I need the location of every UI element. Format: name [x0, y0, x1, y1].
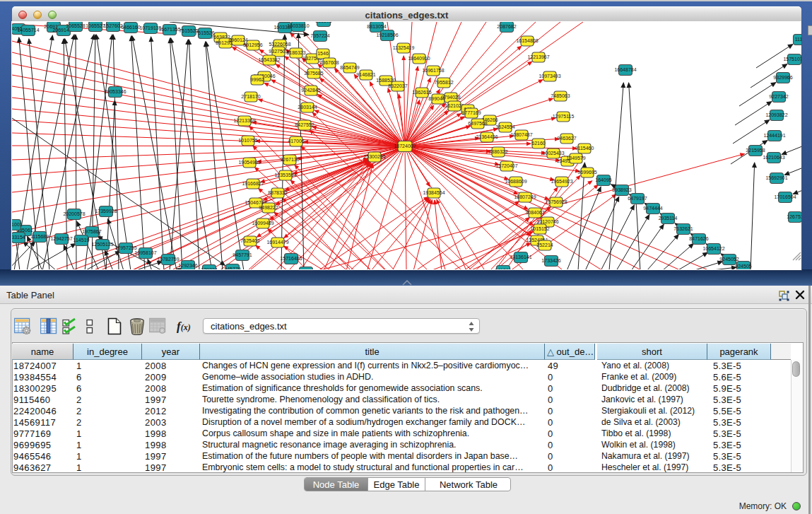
svg-text:7357224: 7357224	[310, 33, 329, 38]
svg-text:7955812: 7955812	[434, 80, 453, 85]
svg-text:25300295: 25300295	[363, 154, 385, 159]
svg-text:12942757: 12942757	[50, 236, 72, 241]
svg-text:10025433: 10025433	[542, 151, 564, 156]
svg-text:6479197: 6479197	[628, 196, 647, 201]
svg-text:17359928: 17359928	[95, 209, 117, 214]
svg-text:10958107: 10958107	[134, 250, 156, 255]
svg-text:19218506: 19218506	[376, 33, 398, 37]
svg-text:1117: 1117	[795, 37, 801, 42]
svg-text:12213369: 12213369	[233, 118, 255, 123]
svg-text:62160: 62160	[531, 141, 546, 146]
svg-text:1975867: 1975867	[82, 229, 101, 234]
svg-text:1065528: 1065528	[66, 23, 85, 28]
svg-text:3215958: 3215958	[746, 148, 765, 153]
svg-text:3267130: 3267130	[280, 157, 299, 162]
svg-text:33154: 33154	[12, 235, 25, 240]
svg-text:252214: 252214	[536, 243, 553, 247]
svg-text:10120746: 10120746	[536, 219, 558, 224]
svg-text:15716485: 15716485	[280, 256, 302, 261]
svg-text:18807249: 18807249	[514, 194, 536, 199]
svg-text:15692901: 15692901	[765, 175, 787, 180]
svg-text:881001: 881001	[12, 222, 23, 227]
svg-text:19166827: 19166827	[242, 181, 264, 186]
svg-text:11325419: 11325419	[393, 45, 415, 50]
svg-text:19054983: 19054983	[238, 160, 260, 165]
svg-text:8471626: 8471626	[689, 236, 708, 241]
svg-text:16671355: 16671355	[158, 27, 180, 32]
svg-text:17016504: 17016504	[774, 194, 796, 199]
svg-text:20200578: 20200578	[63, 211, 85, 216]
svg-text:6497568: 6497568	[468, 121, 487, 126]
svg-text:141361: 141361	[495, 268, 511, 269]
svg-text:99962: 99962	[250, 77, 264, 82]
svg-text:9777169: 9777169	[461, 110, 481, 115]
svg-text:8322037: 8322037	[388, 83, 407, 88]
svg-text:7625402: 7625402	[240, 238, 259, 243]
svg-text:1292346: 1292346	[178, 263, 197, 268]
svg-text:16914479: 16914479	[266, 240, 288, 245]
svg-text:10688609: 10688609	[505, 179, 526, 184]
svg-text:8938923: 8938923	[612, 187, 631, 192]
svg-text:1015152: 1015152	[530, 226, 549, 231]
svg-text:164095: 164095	[595, 177, 611, 182]
svg-text:12505135: 12505135	[91, 242, 113, 247]
svg-text:114519: 114519	[73, 238, 90, 243]
svg-text:10807487: 10807487	[510, 132, 532, 137]
svg-text:16782759: 16782759	[157, 257, 179, 262]
svg-text:129234: 129234	[201, 267, 217, 269]
svg-text:9463627: 9463627	[557, 136, 576, 141]
svg-text:9146821: 9146821	[356, 72, 375, 77]
svg-text:8427552: 8427552	[295, 122, 314, 127]
svg-text:16961758: 16961758	[422, 68, 444, 73]
svg-text:8912956: 8912956	[243, 42, 262, 47]
svg-text:16543382: 16543382	[258, 57, 280, 62]
svg-text:8960124: 8960124	[228, 37, 247, 42]
svg-text:12975115: 12975115	[553, 114, 575, 119]
svg-text:3875685: 3875685	[304, 71, 323, 76]
svg-text:9794028: 9794028	[441, 95, 460, 100]
svg-text:2087682: 2087682	[497, 24, 516, 29]
svg-text:9457791: 9457791	[233, 252, 252, 257]
svg-text:12444191: 12444191	[763, 133, 785, 138]
svg-text:9242845: 9242845	[301, 88, 320, 93]
svg-text:7632621: 7632621	[673, 226, 693, 231]
svg-text:15756928: 15756928	[545, 199, 567, 204]
svg-text:16210643: 16210643	[763, 155, 784, 160]
svg-text:16154808: 16154808	[516, 38, 538, 43]
svg-text:10973493: 10973493	[539, 74, 560, 78]
svg-text:1362615: 1362615	[412, 90, 431, 95]
svg-text:1115689: 1115689	[30, 234, 49, 239]
svg-text:17957255: 17957255	[114, 245, 136, 250]
svg-text:16648784: 16648784	[614, 67, 636, 72]
svg-text:18640910: 18640910	[408, 56, 430, 61]
svg-text:2718170: 2718170	[241, 94, 260, 99]
svg-text:9329966: 9329966	[773, 75, 792, 80]
svg-text:8813054: 8813054	[367, 24, 386, 29]
svg-text:6466160: 6466160	[121, 25, 140, 30]
svg-text:1010755: 1010755	[238, 138, 257, 143]
svg-text:29053346: 29053346	[104, 89, 126, 94]
svg-text:21364436: 21364436	[476, 134, 498, 139]
svg-text:1065527: 1065527	[86, 23, 105, 28]
svg-text:3084067: 3084067	[525, 210, 544, 215]
svg-text:9474444: 9474444	[643, 206, 662, 211]
svg-text:53226058: 53226058	[269, 42, 290, 47]
svg-text:1527602: 1527602	[103, 23, 122, 28]
svg-text:1733426: 1733426	[541, 258, 560, 263]
svg-text:14136141: 14136141	[510, 255, 531, 259]
svg-text:8186323: 8186323	[286, 50, 305, 55]
svg-text:19384554: 19384554	[423, 190, 445, 195]
svg-text:945779: 945779	[224, 267, 240, 269]
svg-text:2935114: 2935114	[659, 216, 678, 221]
svg-text:1349579: 1349579	[566, 156, 585, 160]
svg-text:19654923: 19654923	[551, 179, 572, 184]
svg-text:14055714: 14055714	[17, 28, 39, 33]
svg-text:16033810: 16033810	[287, 23, 309, 28]
svg-text:10654122: 10654122	[702, 246, 724, 251]
svg-text:9245052: 9245052	[719, 257, 739, 262]
svg-text:12353594: 12353594	[274, 173, 296, 177]
svg-text:417006: 417006	[288, 139, 304, 144]
svg-text:2367608: 2367608	[319, 60, 339, 65]
svg-text:9327503: 9327503	[269, 49, 288, 54]
svg-text:8454749: 8454749	[340, 65, 359, 70]
